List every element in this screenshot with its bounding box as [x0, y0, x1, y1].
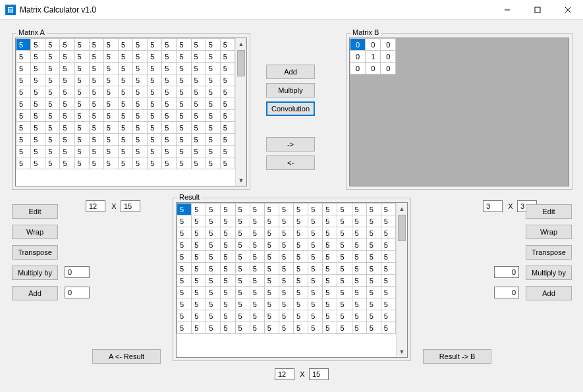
grid-cell[interactable]: 5	[366, 298, 381, 310]
grid-cell[interactable]: 5	[250, 239, 264, 251]
grid-cell[interactable]: 5	[308, 227, 323, 239]
grid-cell[interactable]: 5	[206, 98, 220, 110]
grid-cell[interactable]: 5	[31, 157, 45, 169]
matrix-a-transpose-button[interactable]: Transpose	[12, 245, 58, 260]
grid-cell[interactable]: 5	[118, 74, 132, 86]
grid-cell[interactable]: 5	[308, 310, 323, 322]
grid-cell[interactable]: 5	[221, 275, 235, 287]
grid-cell[interactable]: 5	[294, 322, 308, 334]
grid-cell[interactable]: 5	[235, 310, 250, 322]
grid-cell[interactable]: 5	[191, 98, 206, 110]
grid-cell[interactable]: 5	[177, 251, 192, 263]
grid-cell[interactable]: 5	[103, 146, 118, 157]
grid-cell[interactable]: 5	[250, 251, 264, 263]
grid-cell[interactable]: 5	[162, 51, 177, 63]
window-close-button[interactable]	[553, 0, 583, 20]
grid-cell[interactable]: 5	[177, 74, 191, 86]
grid-cell[interactable]: 0	[350, 39, 366, 51]
grid-cell[interactable]: 5	[235, 215, 250, 227]
matrix-a-edit-button[interactable]: Edit	[12, 204, 58, 219]
a-from-result-button[interactable]: A <- Result	[92, 349, 161, 364]
grid-cell[interactable]: 5	[279, 322, 293, 334]
grid-cell[interactable]: 5	[191, 110, 206, 122]
grid-cell[interactable]: 5	[103, 39, 118, 51]
matrix-a-multiply-by-input[interactable]: 0	[65, 266, 90, 278]
grid-cell[interactable]: 5	[16, 134, 31, 146]
grid-cell[interactable]: 5	[177, 122, 191, 134]
grid-cell[interactable]: 5	[206, 263, 221, 275]
grid-cell[interactable]: 5	[323, 263, 337, 275]
grid-cell[interactable]: 5	[148, 122, 162, 134]
grid-cell[interactable]: 5	[323, 215, 337, 227]
grid-cell[interactable]: 5	[103, 86, 118, 98]
grid-cell[interactable]: 5	[294, 239, 308, 251]
grid-cell[interactable]: 5	[177, 39, 191, 51]
grid-cell[interactable]: 5	[206, 74, 220, 86]
grid-cell[interactable]: 5	[16, 146, 31, 157]
grid-cell[interactable]: 5	[279, 287, 293, 298]
op-add-button[interactable]: Add	[266, 65, 315, 79]
grid-cell[interactable]: 5	[279, 227, 293, 239]
scroll-up-icon[interactable]: ▲	[397, 203, 407, 214]
grid-cell[interactable]: 5	[103, 63, 118, 74]
grid-cell[interactable]: 5	[294, 251, 308, 263]
grid-cell[interactable]: 5	[192, 263, 206, 275]
grid-cell[interactable]: 5	[103, 110, 118, 122]
grid-cell[interactable]: 5	[45, 110, 60, 122]
grid-cell[interactable]: 5	[191, 51, 206, 63]
grid-cell[interactable]: 5	[177, 86, 191, 98]
grid-cell[interactable]: 5	[177, 98, 191, 110]
matrix-b-multiply-by-input[interactable]: 0	[494, 266, 519, 278]
grid-cell[interactable]: 5	[323, 204, 337, 215]
grid-cell[interactable]: 5	[308, 239, 323, 251]
result-rows-input[interactable]: 12	[275, 368, 294, 380]
grid-cell[interactable]: 5	[148, 146, 162, 157]
grid-cell[interactable]: 5	[206, 134, 220, 146]
grid-cell[interactable]: 5	[279, 204, 293, 215]
grid-cell[interactable]: 0	[350, 63, 366, 74]
grid-cell[interactable]: 5	[264, 204, 279, 215]
grid-cell[interactable]: 5	[279, 298, 293, 310]
grid-cell[interactable]: 5	[162, 39, 177, 51]
scroll-down-icon[interactable]: ▼	[397, 346, 407, 357]
grid-cell[interactable]: 5	[74, 157, 89, 169]
grid-cell[interactable]: 5	[294, 298, 308, 310]
grid-cell[interactable]: 5	[250, 204, 264, 215]
grid-cell[interactable]: 5	[60, 157, 74, 169]
grid-cell[interactable]: 5	[337, 239, 352, 251]
grid-cell[interactable]: 5	[60, 122, 74, 134]
grid-cell[interactable]: 5	[337, 298, 352, 310]
grid-cell[interactable]: 5	[118, 51, 132, 63]
grid-cell[interactable]: 5	[177, 263, 192, 275]
grid-cell[interactable]: 5	[323, 310, 337, 322]
grid-cell[interactable]: 5	[294, 215, 308, 227]
grid-cell[interactable]: 5	[89, 110, 103, 122]
grid-cell[interactable]: 5	[148, 51, 162, 63]
grid-cell[interactable]: 5	[133, 134, 148, 146]
grid-cell[interactable]: 5	[366, 322, 381, 334]
grid-cell[interactable]: 5	[308, 287, 323, 298]
grid-cell[interactable]: 5	[16, 74, 31, 86]
grid-cell[interactable]: 5	[60, 110, 74, 122]
grid-cell[interactable]: 5	[118, 98, 132, 110]
grid-cell[interactable]: 5	[74, 86, 89, 98]
grid-cell[interactable]: 5	[264, 263, 279, 275]
grid-cell[interactable]: 5	[133, 63, 148, 74]
grid-cell[interactable]: 5	[221, 204, 235, 215]
grid-cell[interactable]: 5	[16, 63, 31, 74]
grid-cell[interactable]: 5	[45, 74, 60, 86]
grid-cell[interactable]: 5	[45, 39, 60, 51]
scroll-up-icon[interactable]: ▲	[236, 38, 246, 49]
grid-cell[interactable]: 5	[264, 322, 279, 334]
grid-cell[interactable]: 5	[250, 322, 264, 334]
grid-cell[interactable]: 5	[89, 98, 103, 110]
grid-cell[interactable]: 5	[279, 239, 293, 251]
grid-cell[interactable]: 5	[250, 310, 264, 322]
grid-cell[interactable]: 5	[366, 310, 381, 322]
grid-cell[interactable]: 5	[177, 287, 192, 298]
grid-cell[interactable]: 5	[16, 98, 31, 110]
grid-cell[interactable]: 5	[352, 251, 366, 263]
grid-cell[interactable]: 5	[250, 215, 264, 227]
grid-cell[interactable]: 5	[206, 146, 220, 157]
grid-cell[interactable]: 5	[162, 146, 177, 157]
